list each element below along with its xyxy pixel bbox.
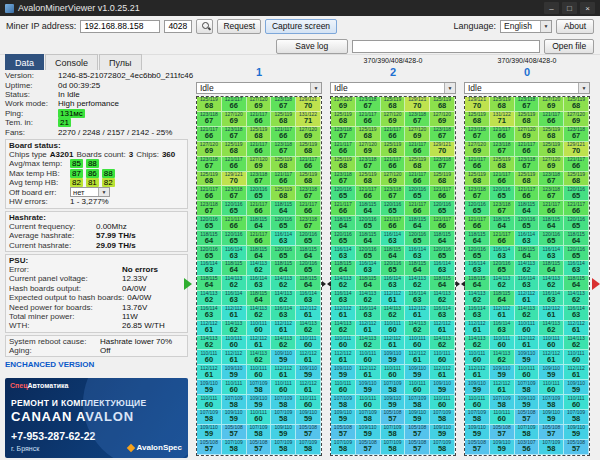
chip-cell[interactable]: 105/10857	[296, 425, 321, 440]
chip-cell[interactable]: 127/12069	[430, 112, 455, 127]
chip-cell[interactable]: 105/10857	[222, 425, 247, 440]
chip-cell[interactable]: 114/11362	[490, 350, 515, 365]
chip-cell[interactable]: 116/11463	[539, 291, 564, 306]
chip-cell[interactable]: 121/11766	[247, 142, 272, 157]
board-mode-select[interactable]: Idle ▼	[330, 82, 456, 94]
chip-cell[interactable]: 120/11665	[331, 231, 356, 246]
chip-cell[interactable]: 105/10857	[247, 440, 272, 455]
chip-cell[interactable]: 125/11968	[331, 112, 356, 127]
chip-cell[interactable]: 109/11059	[381, 395, 406, 410]
chip-cell[interactable]: 120/11665	[271, 246, 296, 261]
chip-cell[interactable]: 114/11362	[515, 261, 540, 276]
chip-cell[interactable]: 129/12170	[430, 142, 455, 157]
ad-banner[interactable]: СпецАвтоматика РЕМОНТ И КОМПЛЕКТУЮЩИЕ CA…	[5, 378, 188, 458]
chip-cell[interactable]: 120/11665	[247, 186, 272, 201]
chip-cell[interactable]: 123/11867	[222, 127, 247, 142]
chip-cell[interactable]: 125/11968	[430, 97, 455, 112]
chip-cell[interactable]: 121/11766	[222, 157, 247, 172]
chip-cell[interactable]: 121/11766	[539, 112, 564, 127]
chip-cell[interactable]: 114/11362	[197, 336, 222, 351]
chip-cell[interactable]: 116/11463	[331, 246, 356, 261]
chip-cell[interactable]: 129/12170	[564, 142, 589, 157]
chip-cell[interactable]: 107/10958	[430, 410, 455, 425]
chip-cell[interactable]: 109/11059	[356, 425, 381, 440]
chip-cell[interactable]: 120/11665	[490, 261, 515, 276]
chip-cell[interactable]: 105/10857	[564, 440, 589, 455]
chip-cell[interactable]: 116/11463	[515, 231, 540, 246]
chip-cell[interactable]: 123/11867	[356, 157, 381, 172]
chip-cell[interactable]: 109/11059	[356, 380, 381, 395]
chip-cell[interactable]: 125/11968	[222, 142, 247, 157]
chip-cell[interactable]: 110/11160	[222, 380, 247, 395]
chip-cell[interactable]: 110/11160	[381, 321, 406, 336]
chip-cell[interactable]: 110/11160	[197, 350, 222, 365]
chip-cell[interactable]: 121/11766	[381, 157, 406, 172]
chip-cell[interactable]: 127/12069	[405, 127, 430, 142]
chip-cell[interactable]: 109/11059	[222, 410, 247, 425]
chip-cell[interactable]: 120/11665	[356, 216, 381, 231]
chip-cell[interactable]: 116/11463	[405, 246, 430, 261]
chip-cell[interactable]: 125/11968	[271, 112, 296, 127]
chip-cell[interactable]: 116/11463	[222, 291, 247, 306]
chip-cell[interactable]: 110/11160	[490, 410, 515, 425]
chip-cell[interactable]: 121/11766	[430, 186, 455, 201]
chip-cell[interactable]: 120/11665	[197, 246, 222, 261]
chip-cell[interactable]: 114/11362	[515, 306, 540, 321]
chip-cell[interactable]: 110/11160	[564, 350, 589, 365]
chip-cell[interactable]: 105/10857	[356, 440, 381, 455]
chip-cell[interactable]: 125/11968	[564, 97, 589, 112]
board-mode-select[interactable]: Idle ▼	[464, 82, 590, 94]
chip-cell[interactable]: 125/11968	[564, 172, 589, 187]
chip-cell[interactable]: 109/11059	[539, 410, 564, 425]
chip-cell[interactable]: 107/10958	[405, 395, 430, 410]
chip-cell[interactable]: 114/11362	[564, 291, 589, 306]
chip-cell[interactable]: 129/12170	[465, 97, 490, 112]
chip-cell[interactable]: 116/11463	[515, 276, 540, 291]
chip-cell[interactable]: 110/11160	[296, 336, 321, 351]
chip-cell[interactable]: 107/10958	[331, 395, 356, 410]
chip-cell[interactable]: 110/11160	[405, 380, 430, 395]
chip-cell[interactable]: 118/11564	[430, 276, 455, 291]
chip-cell[interactable]: 107/10958	[515, 380, 540, 395]
chip-cell[interactable]: 121/11766	[197, 127, 222, 142]
chip-cell[interactable]: 121/11766	[465, 157, 490, 172]
chip-cell[interactable]: 107/10958	[430, 440, 455, 455]
chip-cell[interactable]: 110/11160	[465, 395, 490, 410]
chip-cell[interactable]: 107/10958	[271, 440, 296, 455]
chip-cell[interactable]: 107/10958	[564, 410, 589, 425]
chip-cell[interactable]: 109/11059	[405, 410, 430, 425]
chip-cell[interactable]: 107/10958	[271, 395, 296, 410]
chip-cell[interactable]: 116/11463	[247, 276, 272, 291]
chip-cell[interactable]: 110/11160	[515, 365, 540, 380]
chip-cell[interactable]: 114/11362	[197, 291, 222, 306]
chip-cell[interactable]: 114/11362	[296, 321, 321, 336]
tab-console[interactable]: Console	[45, 54, 98, 70]
chip-cell[interactable]: 114/11362	[465, 291, 490, 306]
chip-cell[interactable]: 112/11261	[197, 365, 222, 380]
chip-cell[interactable]: 112/11261	[356, 321, 381, 336]
search-button[interactable]	[196, 19, 213, 34]
save-log-button[interactable]: Save log	[276, 39, 348, 54]
chip-cell[interactable]: 120/11665	[430, 201, 455, 216]
chip-cell[interactable]: 105/10857	[405, 440, 430, 455]
chip-cell[interactable]: 120/11665	[271, 216, 296, 231]
chip-cell[interactable]: 123/11867	[515, 157, 540, 172]
chip-cell[interactable]: 129/12170	[222, 172, 247, 187]
chip-cell[interactable]: 114/11362	[539, 321, 564, 336]
chip-cell[interactable]: 120/11665	[465, 246, 490, 261]
chip-cell[interactable]: 121/11766	[296, 157, 321, 172]
chip-cell[interactable]: 120/11665	[405, 231, 430, 246]
chip-cell[interactable]: 125/11968	[381, 97, 406, 112]
chip-cell[interactable]: 118/11564	[405, 261, 430, 276]
chip-cell[interactable]: 112/11261	[331, 306, 356, 321]
chip-cell[interactable]: 109/11059	[331, 410, 356, 425]
chip-cell[interactable]: 127/12069	[465, 142, 490, 157]
chip-cell[interactable]: 120/11665	[515, 216, 540, 231]
chip-cell[interactable]: 123/11867	[222, 186, 247, 201]
ip-input[interactable]	[80, 20, 160, 33]
board-mode-select[interactable]: Idle ▼	[196, 82, 322, 94]
chip-cell[interactable]: 123/11867	[465, 186, 490, 201]
chip-cell[interactable]: 123/11867	[356, 97, 381, 112]
chip-cell[interactable]: 118/11564	[490, 216, 515, 231]
chip-cell[interactable]: 114/11362	[222, 321, 247, 336]
